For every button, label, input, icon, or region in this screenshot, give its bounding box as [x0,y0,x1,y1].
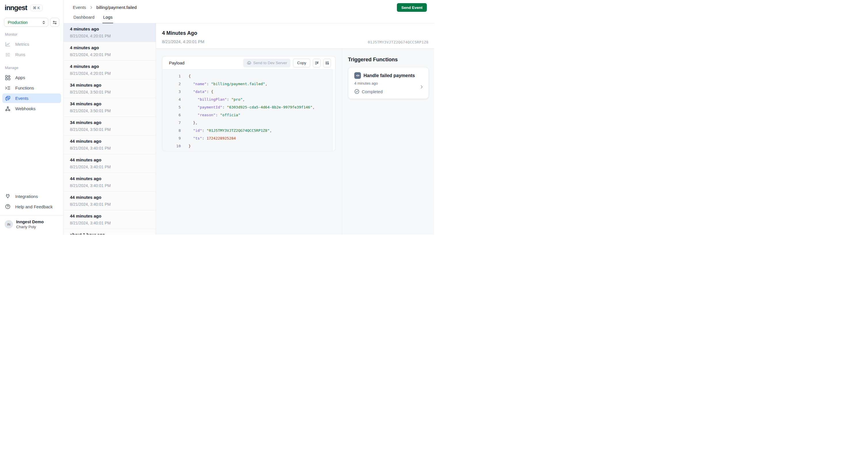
chevron-right-icon [419,85,424,89]
code-line: 2 "name": "billing/payment.failed", [162,80,335,88]
org-name: Inngest Demo [16,219,44,225]
copy-button[interactable]: Copy [293,59,310,67]
function-name: Handle failed payments [364,73,415,78]
command-k-shortcut-badge[interactable]: ⌘ K [30,5,42,11]
user-name: Charly Poly [16,224,44,229]
log-relative-time: 4 minutes ago [70,45,156,50]
environment-settings-button[interactable] [50,18,59,27]
code-line: 1{ [162,72,335,80]
log-timestamp: 8/21/2024, 3:40:01 PM [70,183,156,188]
sidebar-item-events[interactable]: Events [2,94,61,103]
events-icon [5,96,11,101]
code-line: 7 }, [162,119,335,127]
log-list: 4 minutes ago8/21/2024, 4:20:01 PM4 minu… [64,23,156,234]
function-run-time: 4 minutes ago [354,81,423,86]
log-timestamp: 8/21/2024, 3:40:01 PM [70,202,156,207]
function-status: Completed [354,89,423,94]
event-detail: 4 Minutes Ago 8/21/2024, 4:20:01 PM 01J5… [156,23,434,234]
log-timestamp: 8/21/2024, 3:40:01 PM [70,146,156,151]
monitor-section-label: Monitor [2,27,61,38]
log-relative-time: 4 minutes ago [70,27,156,31]
log-timestamp: 8/21/2024, 4:20:01 PM [70,34,156,38]
sidebar-item-label: Integrations [15,194,38,199]
log-relative-time: 44 minutes ago [70,176,156,181]
log-list-item[interactable]: 4 minutes ago8/21/2024, 4:20:01 PM [64,42,156,61]
log-relative-time: 34 minutes ago [70,83,156,88]
code-scrollbar[interactable] [332,69,335,151]
user-profile[interactable]: IN Inngest Demo Charly Poly [2,216,61,234]
tab-bar: Dashboard Logs [73,12,113,23]
sidebar-item-functions[interactable]: Functions [2,83,61,93]
payload-card: Payload Send to Dev Server Copy [162,56,336,151]
environment-selector[interactable]: Production [4,18,48,27]
sidebar-item-runs[interactable]: Runs [2,50,61,59]
sidebar-footer: Integrations Help and Feedback IN Innges… [0,191,63,234]
log-list-item[interactable]: 34 minutes ago8/21/2024, 3:50:01 PM [64,117,156,135]
manage-section-label: Manage [2,60,61,72]
log-relative-time: 34 minutes ago [70,120,156,125]
log-relative-time: 44 minutes ago [70,195,156,200]
payload-title: Payload [169,60,184,65]
log-timestamp: 8/21/2024, 3:40:01 PM [70,164,156,169]
plug-icon [5,193,11,199]
sidebar-item-apps[interactable]: Apps [2,73,61,82]
tab-logs[interactable]: Logs [102,12,113,23]
payload-card-header: Payload Send to Dev Server Copy [162,56,335,70]
log-list-item[interactable]: 44 minutes ago8/21/2024, 3:40:01 PM [64,154,156,173]
sidebar-item-help[interactable]: Help and Feedback [2,202,61,212]
send-to-dev-server-button[interactable]: Send to Dev Server [243,59,291,67]
sidebar-item-label: Webhooks [15,106,36,111]
breadcrumb-events-link[interactable]: Events [73,5,86,10]
sidebar-item-webhooks[interactable]: Webhooks [2,104,61,113]
log-list-item[interactable]: 34 minutes ago8/21/2024, 3:50:01 PM [64,80,156,98]
chevron-up-down-icon [42,21,45,25]
code-line: 9 "ts": 1724228925284 [162,134,335,142]
payload-code: 1{2 "name": "billing/payment.failed",3 "… [162,70,335,151]
lines-arrow-down-icon [325,61,330,65]
log-list-item[interactable]: 44 minutes ago8/21/2024, 3:40:01 PM [64,135,156,154]
scroll-to-bottom-button[interactable] [323,59,331,67]
inngest-logo: inngest [5,4,27,12]
sidebar-item-label: Apps [15,75,25,80]
code-line: 3 "data": { [162,88,335,96]
log-timestamp: 8/21/2024, 4:20:01 PM [70,71,156,76]
log-list-item[interactable]: 44 minutes ago8/21/2024, 3:40:01 PM [64,210,156,229]
log-list-item[interactable]: 44 minutes ago8/21/2024, 3:40:01 PM [64,192,156,210]
log-list-item[interactable]: 34 minutes ago8/21/2024, 3:50:01 PM [64,98,156,117]
list-lines-icon [5,52,11,58]
event-id: 01J5TMY3VJTZ2QG74QCC5RP1Z8 [368,40,429,44]
help-circle-icon [5,204,11,210]
sidebar-item-integrations[interactable]: Integrations [2,192,61,201]
sidebar-item-metrics[interactable]: Metrics [2,39,61,49]
functions-icon [5,85,11,91]
word-wrap-button[interactable] [313,59,320,67]
log-list-item[interactable]: 44 minutes ago8/21/2024, 3:40:01 PM [64,173,156,192]
log-timestamp: 8/21/2024, 4:20:01 PM [70,52,156,57]
log-relative-time: 34 minutes ago [70,101,156,106]
apps-grid-icon [5,75,11,81]
environment-value: Production [8,20,28,25]
code-line: 4 "billingPlan": "pro", [162,96,335,103]
log-relative-time: 44 minutes ago [70,139,156,144]
event-detail-header: 4 Minutes Ago 8/21/2024, 4:20:01 PM 01J5… [156,23,434,49]
chevron-right-icon [89,5,93,9]
code-line: 5 "paymentId": "6303d925-cda5-4d64-8b2e-… [162,103,335,111]
triggered-function-card[interactable]: <> Handle failed payments 4 minutes ago … [348,67,429,99]
cloud-download-icon [247,61,251,65]
tab-dashboard[interactable]: Dashboard [73,12,95,23]
sidebar-item-label: Runs [15,52,25,57]
log-list-item[interactable]: about 1 hour ago [64,229,156,234]
send-event-button[interactable]: Send Event [397,3,427,12]
log-list-item[interactable]: 4 minutes ago8/21/2024, 4:20:01 PM [64,61,156,80]
log-relative-time: 44 minutes ago [70,157,156,162]
avatar: IN [5,220,13,228]
log-list-item[interactable]: 4 minutes ago8/21/2024, 4:20:01 PM [64,23,156,42]
log-relative-time: 4 minutes ago [70,64,156,69]
adjustments-icon [52,20,57,25]
event-timestamp: 8/21/2024, 4:20:01 PM [162,39,204,44]
check-circle-icon [354,89,360,94]
event-detail-body: Payload Send to Dev Server Copy [156,49,434,234]
sidebar-nav: Monitor Metrics Runs Manage Apps Functio [0,27,63,114]
event-time-title: 4 Minutes Ago [162,30,197,36]
log-timestamp: 8/21/2024, 3:40:01 PM [70,221,156,225]
